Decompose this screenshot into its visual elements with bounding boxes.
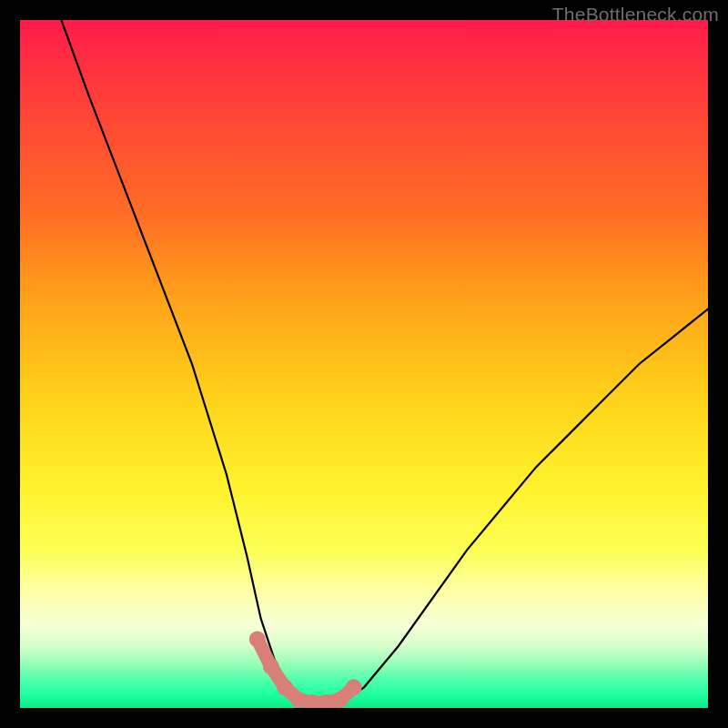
highlight-dot [332, 692, 349, 708]
highlight-dot [249, 631, 266, 647]
highlight-dot [346, 679, 362, 695]
highlight-dot [290, 692, 307, 708]
curve-line [61, 20, 708, 704]
plot-area [20, 20, 708, 708]
chart-container: TheBottleneck.com [0, 0, 728, 728]
highlight-dot [263, 659, 279, 675]
watermark-text: TheBottleneck.com [552, 4, 719, 25]
chart-svg [20, 20, 708, 708]
highlight-dot [277, 679, 293, 695]
highlight-dots [249, 631, 362, 708]
